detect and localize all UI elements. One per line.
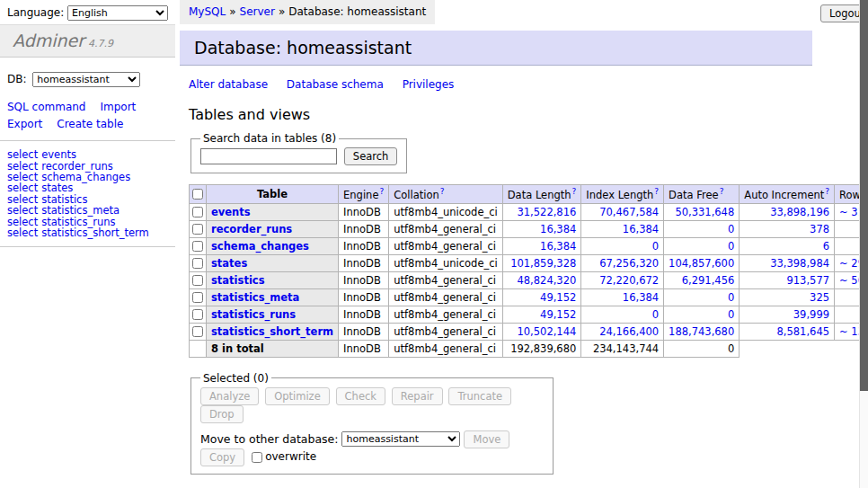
auto-increment-help-link[interactable]: ? [825, 187, 829, 196]
index-length-link[interactable]: 24,166,400 [599, 325, 659, 338]
auto-increment-link[interactable]: 913,577 [786, 274, 829, 287]
alter-database-link[interactable]: Alter database [189, 78, 268, 91]
optimize-button[interactable]: Optimize [265, 387, 330, 405]
copy-button[interactable]: Copy [200, 448, 244, 466]
index-length-link[interactable]: 72,220,672 [599, 274, 659, 287]
data-length-link[interactable]: 31,522,816 [517, 206, 576, 218]
row-checkbox[interactable] [192, 207, 203, 217]
sidebar-link-create-table[interactable]: Create table [57, 118, 123, 130]
table-link[interactable]: statistics_runs [211, 308, 296, 321]
database-schema-link[interactable]: Database schema [287, 78, 384, 91]
move-label: Move to other database: [200, 431, 338, 445]
data-length-link[interactable]: 49,152 [540, 308, 576, 321]
data-free-help-link[interactable]: ? [720, 187, 724, 196]
index-length-link[interactable]: 16,384 [623, 223, 659, 235]
sidebar-link-export[interactable]: Export [7, 118, 42, 130]
engine-cell: InnoDB [339, 288, 389, 306]
index-length-link[interactable]: 16,384 [623, 291, 659, 304]
index-length-link[interactable]: 67,256,320 [599, 257, 659, 270]
data-length-cell: 101,859,328 [502, 254, 581, 271]
selected-legend: Selected (0) [200, 372, 271, 385]
table-name-link[interactable]: statistics_short_term [41, 226, 149, 239]
index-length-link[interactable]: 0 [652, 308, 659, 321]
table-link[interactable]: statistics [211, 274, 265, 287]
table-link[interactable]: events [211, 206, 251, 218]
table-link[interactable]: schema_changes [211, 240, 309, 253]
data-free-link[interactable]: 6,291,456 [682, 274, 735, 287]
index-length-help-link[interactable]: ? [654, 187, 659, 196]
auto-increment-link[interactable]: 39,999 [793, 308, 829, 321]
sidebar-link-sql-command[interactable]: SQL command [7, 101, 85, 113]
auto-increment-link[interactable]: 8,581,645 [777, 325, 830, 338]
privileges-link[interactable]: Privileges [403, 78, 455, 91]
data-length-help-link[interactable]: ? [572, 187, 577, 196]
data-length-link[interactable]: 49,152 [540, 291, 576, 304]
data-length-link[interactable]: 101,859,328 [510, 257, 576, 270]
table-link[interactable]: states [211, 257, 247, 270]
data-free-link[interactable]: 104,857,600 [669, 257, 734, 270]
data-length-link[interactable]: 10,502,144 [517, 325, 576, 338]
data-length-link[interactable]: 16,384 [540, 223, 576, 235]
engine-cell: InnoDB [339, 306, 389, 323]
auto-increment-link[interactable]: 33,398,984 [770, 257, 829, 270]
scrollbar-thumb[interactable] [860, 0, 868, 391]
app-version: 4.7.9 [88, 38, 113, 49]
row-checkbox[interactable] [192, 326, 203, 337]
vertical-scrollbar[interactable] [859, 0, 868, 488]
auto-increment-link[interactable]: 33,898,196 [770, 206, 829, 218]
table-name-cell: statistics_short_term [207, 323, 339, 340]
collation-cell: utf8mb4_general_ci [389, 237, 503, 254]
table-name-cell: schema_changes [207, 237, 339, 254]
column-header-collation: Collation? [389, 185, 503, 204]
data-free-link[interactable]: 0 [728, 240, 734, 253]
collation-help-link[interactable]: ? [440, 187, 445, 196]
move-db-select[interactable]: homeassistant [341, 431, 460, 447]
drop-button[interactable]: Drop [200, 405, 244, 423]
data-free-link[interactable]: 50,331,648 [675, 206, 734, 218]
column-header-engine: Engine? [339, 185, 389, 204]
data-free-link[interactable]: 0 [728, 291, 734, 304]
row-checkbox[interactable] [192, 241, 203, 252]
table-link[interactable]: recorder_runs [211, 223, 292, 235]
auto-increment-link[interactable]: 6 [823, 240, 829, 253]
row-checkbox[interactable] [192, 309, 203, 320]
select-all-checkbox[interactable] [192, 189, 203, 200]
overwrite-checkbox[interactable] [252, 452, 262, 463]
data-free-link[interactable]: 0 [728, 308, 734, 321]
auto-increment-cell: 33,898,196 [740, 203, 835, 220]
data-length-link[interactable]: 16,384 [540, 240, 576, 253]
sidebar-link-import[interactable]: Import [100, 101, 136, 113]
table-row: statistics_short_term InnoDB utf8mb4_gen… [190, 323, 868, 340]
breadcrumb-server-link[interactable]: Server [240, 5, 275, 18]
engine-help-link[interactable]: ? [379, 187, 384, 196]
auto-increment-link[interactable]: 378 [810, 223, 829, 235]
row-checkbox[interactable] [192, 258, 203, 269]
table-link[interactable]: statistics_short_term [211, 325, 333, 338]
check-button[interactable]: Check [336, 387, 385, 405]
table-row: statistics InnoDB utf8mb4_general_ci 48,… [190, 271, 868, 288]
truncate-button[interactable]: Truncate [448, 387, 511, 405]
index-length-link[interactable]: 70,467,584 [599, 206, 659, 218]
data-free-cell: 0 [664, 288, 740, 306]
data-free-link[interactable]: 188,743,680 [669, 325, 734, 338]
row-checkbox[interactable] [192, 292, 203, 303]
sidebar-item-states: selectstates [7, 182, 175, 193]
table-link[interactable]: statistics_meta [211, 291, 299, 304]
data-free-link[interactable]: 0 [728, 223, 734, 235]
db-select[interactable]: homeassistant [32, 72, 140, 87]
move-button[interactable]: Move [464, 430, 509, 448]
data-length-cell: 31,522,816 [502, 203, 581, 220]
search-input[interactable] [200, 148, 337, 164]
breadcrumb-mysql-link[interactable]: MySQL [189, 5, 226, 18]
row-checkbox[interactable] [192, 275, 203, 286]
data-length-link[interactable]: 48,824,320 [517, 274, 576, 287]
row-checkbox[interactable] [192, 224, 203, 235]
auto-increment-link[interactable]: 325 [810, 291, 829, 304]
language-select[interactable]: English [67, 5, 168, 21]
select-link[interactable]: select [7, 226, 38, 239]
repair-button[interactable]: Repair [392, 387, 443, 405]
analyze-button[interactable]: Analyze [200, 387, 259, 405]
data-free-cell: 0 [664, 237, 740, 254]
index-length-link[interactable]: 0 [652, 240, 659, 253]
search-button[interactable]: Search [344, 147, 398, 165]
